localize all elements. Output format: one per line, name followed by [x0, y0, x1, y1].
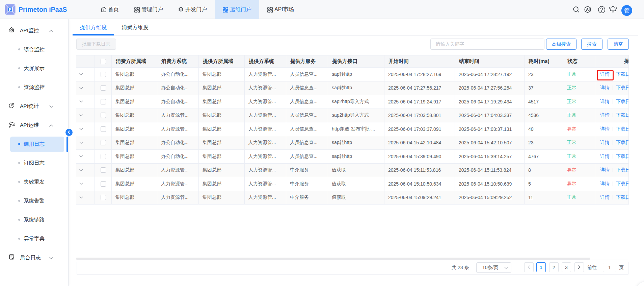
svg-text:P: P — [9, 7, 11, 11]
